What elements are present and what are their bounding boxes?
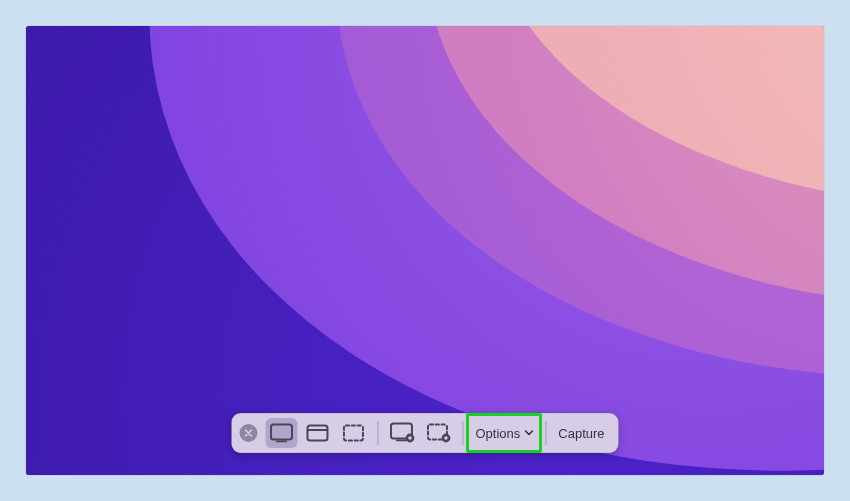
record-entire-screen-button[interactable]	[386, 418, 418, 448]
toolbar-divider	[377, 421, 378, 445]
screenshot-toolbar: Options Capture	[231, 413, 618, 453]
options-button[interactable]: Options	[471, 418, 537, 448]
svg-rect-0	[271, 425, 292, 440]
toolbar-divider	[462, 421, 463, 445]
svg-rect-6	[396, 440, 407, 442]
capture-entire-screen-icon	[269, 423, 293, 443]
capture-label: Capture	[558, 426, 604, 441]
desktop-wallpaper: Options Capture	[26, 26, 824, 475]
chevron-down-icon	[524, 430, 533, 436]
record-selection-button[interactable]	[422, 418, 454, 448]
capture-selection-button[interactable]	[337, 418, 369, 448]
svg-point-11	[444, 436, 447, 439]
close-icon	[243, 428, 253, 438]
svg-rect-2	[307, 426, 327, 441]
capture-entire-screen-button[interactable]	[265, 418, 297, 448]
svg-point-8	[408, 436, 411, 439]
close-button[interactable]	[239, 424, 257, 442]
record-entire-screen-icon	[389, 422, 415, 444]
capture-selection-icon	[341, 423, 365, 443]
capture-button[interactable]: Capture	[554, 418, 608, 448]
capture-window-button[interactable]	[301, 418, 333, 448]
capture-window-icon	[305, 423, 329, 443]
options-label: Options	[475, 426, 520, 441]
record-selection-icon	[425, 422, 451, 444]
toolbar-divider	[545, 421, 546, 445]
svg-rect-4	[344, 426, 363, 441]
svg-rect-1	[276, 441, 287, 443]
